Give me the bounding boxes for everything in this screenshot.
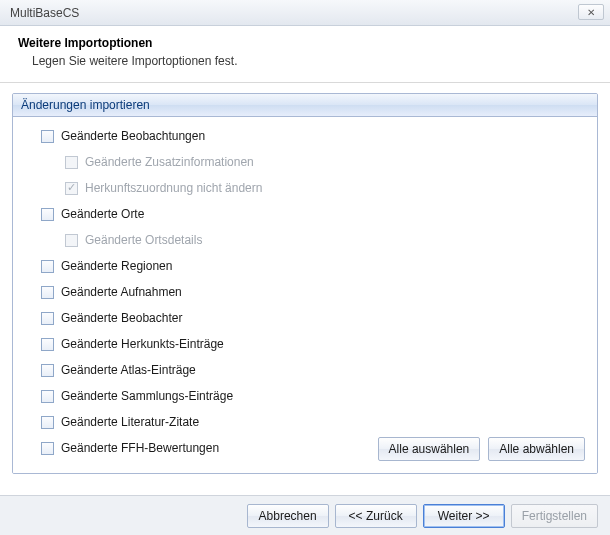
close-icon: ✕ — [587, 7, 595, 18]
close-button[interactable]: ✕ — [578, 4, 604, 20]
option-label: Geänderte Aufnahmen — [61, 285, 182, 299]
checkbox-icon — [41, 286, 54, 299]
option-changed-atlas-entries[interactable]: Geänderte Atlas-Einträge — [23, 357, 587, 383]
option-label: Geänderte Regionen — [61, 259, 172, 273]
group-body: Geänderte Beobachtungen Geänderte Zusatz… — [13, 117, 597, 473]
option-changed-observations[interactable]: Geänderte Beobachtungen — [23, 123, 587, 149]
group-header: Änderungen importieren — [13, 94, 597, 117]
select-all-button[interactable]: Alle auswählen — [378, 437, 481, 461]
page-description: Legen Sie weitere Importoptionen fest. — [32, 54, 592, 68]
import-changes-group: Änderungen importieren Geänderte Beobach… — [12, 93, 598, 474]
deselect-all-button[interactable]: Alle abwählen — [488, 437, 585, 461]
page-title: Weitere Importoptionen — [18, 36, 592, 50]
option-changed-extra-info: Geänderte Zusatzinformationen — [23, 149, 587, 175]
option-label: Geänderte FFH-Bewertungen — [61, 441, 219, 455]
checkbox-icon — [65, 156, 78, 169]
option-label: Geänderte Atlas-Einträge — [61, 363, 196, 377]
option-label: Geänderte Literatur-Zitate — [61, 415, 199, 429]
option-label: Geänderte Beobachter — [61, 311, 182, 325]
wizard-header: Weitere Importoptionen Legen Sie weitere… — [0, 26, 610, 83]
window-title: MultiBaseCS — [10, 6, 79, 20]
checkbox-icon — [41, 390, 54, 403]
checkbox-icon — [41, 208, 54, 221]
back-button[interactable]: << Zurück — [335, 504, 417, 528]
cancel-button[interactable]: Abbrechen — [247, 504, 329, 528]
checkbox-icon — [65, 234, 78, 247]
option-label: Geänderte Zusatzinformationen — [85, 155, 254, 169]
option-changed-origin-entries[interactable]: Geänderte Herkunkts-Einträge — [23, 331, 587, 357]
wizard-footer: Abbrechen << Zurück Weiter >> Fertigstel… — [0, 495, 610, 535]
checkbox-icon — [41, 130, 54, 143]
option-changed-regions[interactable]: Geänderte Regionen — [23, 253, 587, 279]
option-label: Geänderte Orte — [61, 207, 144, 221]
option-changed-place-details: Geänderte Ortsdetails — [23, 227, 587, 253]
option-changed-recordings[interactable]: Geänderte Aufnahmen — [23, 279, 587, 305]
checkbox-icon: ✓ — [65, 182, 78, 195]
option-changed-observers[interactable]: Geänderte Beobachter — [23, 305, 587, 331]
checkbox-icon — [41, 416, 54, 429]
checkbox-icon — [41, 260, 54, 273]
option-changed-collection-entries[interactable]: Geänderte Sammlungs-Einträge — [23, 383, 587, 409]
option-changed-literature[interactable]: Geänderte Literatur-Zitate — [23, 409, 587, 435]
option-label: Herkunftszuordnung nicht ändern — [85, 181, 262, 195]
option-keep-origin: ✓ Herkunftszuordnung nicht ändern — [23, 175, 587, 201]
option-changed-places[interactable]: Geänderte Orte — [23, 201, 587, 227]
option-label: Geänderte Beobachtungen — [61, 129, 205, 143]
checkbox-icon — [41, 442, 54, 455]
title-bar: MultiBaseCS ✕ — [0, 0, 610, 26]
finish-button: Fertigstellen — [511, 504, 598, 528]
checkbox-icon — [41, 364, 54, 377]
checkbox-icon — [41, 338, 54, 351]
checkbox-icon — [41, 312, 54, 325]
option-label: Geänderte Sammlungs-Einträge — [61, 389, 233, 403]
next-button[interactable]: Weiter >> — [423, 504, 505, 528]
selection-buttons: Alle auswählen Alle abwählen — [378, 437, 585, 461]
check-icon: ✓ — [67, 182, 76, 193]
option-label: Geänderte Ortsdetails — [85, 233, 202, 247]
option-label: Geänderte Herkunkts-Einträge — [61, 337, 224, 351]
